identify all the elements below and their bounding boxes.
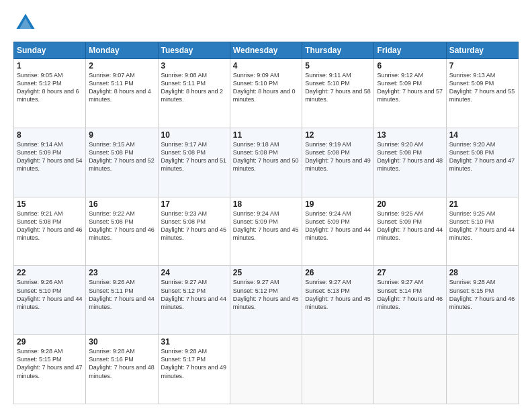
day-number: 6 [377,61,443,71]
day-number: 10 [161,130,227,140]
day-number: 23 [89,268,154,277]
day-number: 31 [161,337,227,347]
cell-info: Sunrise: 9:22 AMSunset: 5:08 PMDaylight:… [89,210,154,242]
week-row-2: 8Sunrise: 9:14 AMSunset: 5:09 PMDaylight… [14,128,519,197]
day-number: 15 [17,199,83,209]
day-number: 17 [161,199,227,209]
cell-info: Sunrise: 9:26 AMSunset: 5:10 PMDaylight:… [17,278,83,311]
day-number: 19 [305,199,371,209]
day-number: 20 [377,199,443,209]
calendar-cell: 5Sunrise: 9:11 AMSunset: 5:10 PMDaylight… [302,59,374,128]
cell-info: Sunrise: 9:17 AMSunset: 5:08 PMDaylight:… [161,140,227,173]
page: SundayMondayTuesdayWednesdayThursdayFrid… [0,0,532,411]
logo [13,11,40,35]
calendar-cell: 4Sunrise: 9:09 AMSunset: 5:10 PMDaylight… [230,59,302,128]
calendar-cell: 21Sunrise: 9:25 AMSunset: 5:10 PMDayligh… [446,197,518,266]
calendar-cell: 7Sunrise: 9:13 AMSunset: 5:09 PMDaylight… [446,59,518,128]
cell-info: Sunrise: 9:23 AMSunset: 5:08 PMDaylight:… [161,210,227,242]
day-number: 12 [305,130,371,140]
cell-info: Sunrise: 9:28 AMSunset: 5:16 PMDaylight:… [89,347,154,380]
cell-info: Sunrise: 9:11 AMSunset: 5:10 PMDaylight:… [305,71,371,104]
col-header-monday: Monday [86,42,158,59]
calendar-table: SundayMondayTuesdayWednesdayThursdayFrid… [13,42,519,404]
day-number: 2 [89,61,154,71]
col-header-thursday: Thursday [302,42,374,59]
calendar-cell: 17Sunrise: 9:23 AMSunset: 5:08 PMDayligh… [158,197,230,266]
day-number: 1 [17,61,83,71]
calendar-cell: 3Sunrise: 9:08 AMSunset: 5:11 PMDaylight… [158,59,230,128]
day-number: 25 [233,268,299,277]
day-number: 27 [377,268,443,277]
cell-info: Sunrise: 9:28 AMSunset: 5:17 PMDaylight:… [161,347,227,380]
calendar-cell: 27Sunrise: 9:27 AMSunset: 5:14 PMDayligh… [374,266,446,335]
calendar-cell: 20Sunrise: 9:25 AMSunset: 5:09 PMDayligh… [374,197,446,266]
calendar-cell: 12Sunrise: 9:19 AMSunset: 5:08 PMDayligh… [302,128,374,197]
cell-info: Sunrise: 9:12 AMSunset: 5:09 PMDaylight:… [377,71,443,104]
cell-info: Sunrise: 9:07 AMSunset: 5:11 PMDaylight:… [89,71,154,104]
calendar-cell: 28Sunrise: 9:28 AMSunset: 5:15 PMDayligh… [446,266,518,335]
col-header-tuesday: Tuesday [158,42,230,59]
col-header-wednesday: Wednesday [230,42,302,59]
calendar-cell: 14Sunrise: 9:20 AMSunset: 5:08 PMDayligh… [446,128,518,197]
calendar-cell [374,335,446,404]
cell-info: Sunrise: 9:28 AMSunset: 5:15 PMDaylight:… [449,278,515,311]
cell-info: Sunrise: 9:14 AMSunset: 5:09 PMDaylight:… [17,140,83,173]
calendar-cell: 25Sunrise: 9:27 AMSunset: 5:12 PMDayligh… [230,266,302,335]
col-header-sunday: Sunday [14,42,86,59]
day-number: 22 [17,268,83,277]
calendar-cell: 22Sunrise: 9:26 AMSunset: 5:10 PMDayligh… [14,266,86,335]
header [13,11,519,35]
calendar-cell: 13Sunrise: 9:20 AMSunset: 5:08 PMDayligh… [374,128,446,197]
day-number: 11 [233,130,299,140]
cell-info: Sunrise: 9:13 AMSunset: 5:09 PMDaylight:… [449,71,515,104]
calendar-cell [302,335,374,404]
calendar-cell: 8Sunrise: 9:14 AMSunset: 5:09 PMDaylight… [14,128,86,197]
calendar-cell: 26Sunrise: 9:27 AMSunset: 5:13 PMDayligh… [302,266,374,335]
day-number: 16 [89,199,154,209]
calendar-cell: 31Sunrise: 9:28 AMSunset: 5:17 PMDayligh… [158,335,230,404]
cell-info: Sunrise: 9:20 AMSunset: 5:08 PMDaylight:… [449,140,515,173]
logo-icon [13,11,38,35]
cell-info: Sunrise: 9:25 AMSunset: 5:09 PMDaylight:… [377,210,443,242]
day-number: 29 [17,337,83,347]
calendar-cell: 30Sunrise: 9:28 AMSunset: 5:16 PMDayligh… [86,335,158,404]
col-header-friday: Friday [374,42,446,59]
day-number: 21 [449,199,515,209]
cell-info: Sunrise: 9:18 AMSunset: 5:08 PMDaylight:… [233,140,299,173]
day-number: 26 [305,268,371,277]
cell-info: Sunrise: 9:20 AMSunset: 5:08 PMDaylight:… [377,140,443,173]
calendar-cell [446,335,518,404]
calendar-cell [230,335,302,404]
cell-info: Sunrise: 9:21 AMSunset: 5:08 PMDaylight:… [17,210,83,242]
calendar-cell: 1Sunrise: 9:05 AMSunset: 5:12 PMDaylight… [14,59,86,128]
cell-info: Sunrise: 9:28 AMSunset: 5:15 PMDaylight:… [17,347,83,380]
day-number: 18 [233,199,299,209]
cell-info: Sunrise: 9:08 AMSunset: 5:11 PMDaylight:… [161,71,227,104]
day-number: 13 [377,130,443,140]
cell-info: Sunrise: 9:27 AMSunset: 5:14 PMDaylight:… [377,278,443,311]
week-row-3: 15Sunrise: 9:21 AMSunset: 5:08 PMDayligh… [14,197,519,266]
week-row-1: 1Sunrise: 9:05 AMSunset: 5:12 PMDaylight… [14,59,519,128]
calendar-cell: 24Sunrise: 9:27 AMSunset: 5:12 PMDayligh… [158,266,230,335]
calendar-cell: 6Sunrise: 9:12 AMSunset: 5:09 PMDaylight… [374,59,446,128]
calendar-cell: 10Sunrise: 9:17 AMSunset: 5:08 PMDayligh… [158,128,230,197]
calendar-cell: 2Sunrise: 9:07 AMSunset: 5:11 PMDaylight… [86,59,158,128]
calendar-cell: 15Sunrise: 9:21 AMSunset: 5:08 PMDayligh… [14,197,86,266]
day-number: 7 [449,61,515,71]
cell-info: Sunrise: 9:27 AMSunset: 5:13 PMDaylight:… [305,278,371,311]
cell-info: Sunrise: 9:25 AMSunset: 5:10 PMDaylight:… [449,210,515,242]
day-number: 3 [161,61,227,71]
cell-info: Sunrise: 9:26 AMSunset: 5:11 PMDaylight:… [89,278,154,311]
cell-info: Sunrise: 9:27 AMSunset: 5:12 PMDaylight:… [161,278,227,311]
calendar-header-row: SundayMondayTuesdayWednesdayThursdayFrid… [14,42,519,59]
day-number: 24 [161,268,227,277]
col-header-saturday: Saturday [446,42,518,59]
calendar-cell: 9Sunrise: 9:15 AMSunset: 5:08 PMDaylight… [86,128,158,197]
cell-info: Sunrise: 9:24 AMSunset: 5:09 PMDaylight:… [305,210,371,242]
day-number: 30 [89,337,154,347]
cell-info: Sunrise: 9:24 AMSunset: 5:09 PMDaylight:… [233,210,299,242]
week-row-5: 29Sunrise: 9:28 AMSunset: 5:15 PMDayligh… [14,335,519,404]
calendar-cell: 11Sunrise: 9:18 AMSunset: 5:08 PMDayligh… [230,128,302,197]
calendar-cell: 19Sunrise: 9:24 AMSunset: 5:09 PMDayligh… [302,197,374,266]
cell-info: Sunrise: 9:19 AMSunset: 5:08 PMDaylight:… [305,140,371,173]
